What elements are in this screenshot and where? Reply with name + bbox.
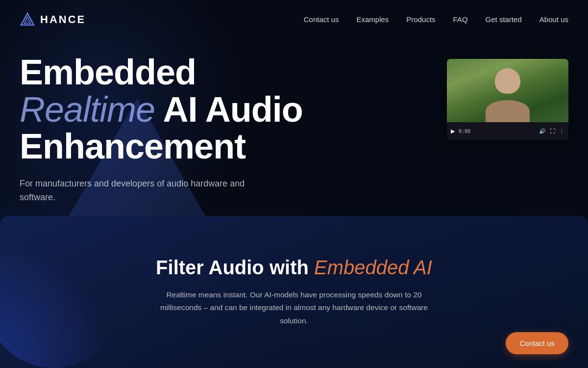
hero-title-italic: Realtime bbox=[20, 90, 155, 129]
hero-title: Embedded Realtime AI Audio Enhancement bbox=[20, 54, 303, 165]
nav-examples[interactable]: Examples bbox=[357, 15, 389, 24]
contact-button[interactable]: Contact us bbox=[506, 332, 568, 354]
logo-icon bbox=[20, 12, 35, 27]
navbar: HANCE Contact us Examples Products FAQ G… bbox=[0, 0, 588, 39]
person-shoulder bbox=[486, 100, 530, 122]
nav-contact[interactable]: Contact us bbox=[304, 15, 339, 24]
volume-button[interactable]: 🔊 bbox=[539, 128, 546, 134]
video-thumbnail bbox=[447, 59, 568, 122]
video-time: 0:00 bbox=[459, 129, 470, 134]
nav-links: Contact us Examples Products FAQ Get sta… bbox=[304, 15, 568, 24]
hero-section: Embedded Realtime AI Audio Enhancement F… bbox=[0, 39, 588, 205]
video-player[interactable]: ▶ 0:00 🔊 ⛶ ⋮ bbox=[447, 59, 568, 140]
fullscreen-button[interactable]: ⛶ bbox=[550, 128, 555, 134]
hero-subtitle: For manufacturers and developers of audi… bbox=[20, 177, 245, 205]
section-title: Filter Audio with Embedded AI bbox=[156, 257, 432, 279]
section-title-accent: Embedded AI bbox=[314, 257, 432, 278]
more-button[interactable]: ⋮ bbox=[559, 128, 564, 134]
nav-get-started[interactable]: Get started bbox=[486, 15, 522, 24]
bottom-left-glow bbox=[0, 231, 122, 368]
play-button[interactable]: ▶ bbox=[451, 128, 455, 134]
hero-text: Embedded Realtime AI Audio Enhancement F… bbox=[20, 54, 303, 205]
section-title-normal: Filter Audio with bbox=[156, 257, 314, 278]
nav-faq[interactable]: FAQ bbox=[453, 15, 468, 24]
hero-title-rest: AI Audio bbox=[155, 90, 303, 129]
hero-title-line1: Embedded bbox=[20, 53, 196, 92]
logo-link[interactable]: HANCE bbox=[20, 12, 86, 27]
logo-text: HANCE bbox=[40, 13, 86, 26]
nav-about[interactable]: About us bbox=[539, 15, 568, 24]
person-head bbox=[495, 68, 520, 94]
video-controls: ▶ 0:00 🔊 ⛶ ⋮ bbox=[447, 122, 568, 140]
bottom-section: Filter Audio with Embedded AI Realtime m… bbox=[0, 216, 588, 368]
hero-title-line3: Enhancement bbox=[20, 127, 245, 166]
section-body: Realtime means instant. Our AI-models ha… bbox=[152, 289, 436, 327]
nav-products[interactable]: Products bbox=[406, 15, 435, 24]
